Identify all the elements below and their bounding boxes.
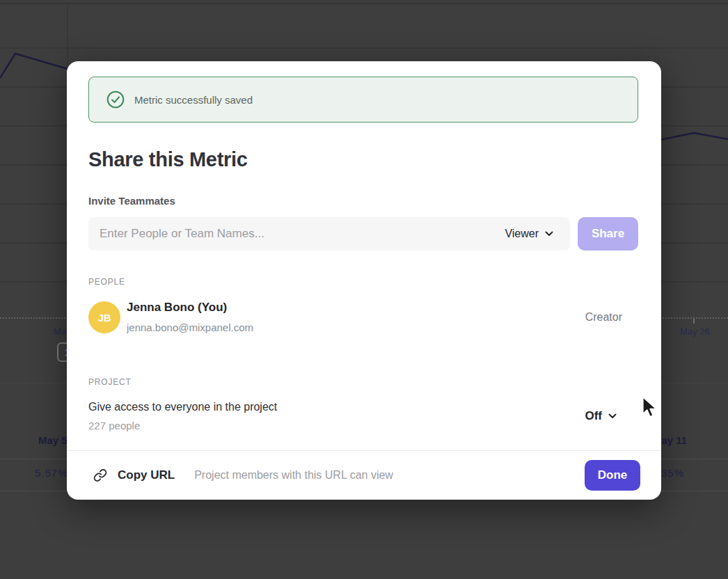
project-people-count: 227 people xyxy=(88,420,140,431)
chevron-down-icon xyxy=(608,413,617,419)
project-access-title: Give access to everyone in the project xyxy=(88,401,277,413)
member-email: jenna.bono@mixpanel.com xyxy=(127,322,253,333)
app-window: May 12 May 26 1 May 5 May 11 5.57% 35% M… xyxy=(0,0,728,579)
role-dropdown-value: Viewer xyxy=(505,228,539,240)
success-banner: Metric successfully saved xyxy=(88,77,638,122)
share-button[interactable]: Share xyxy=(578,217,638,251)
modal-footer: Copy URL Project members with this URL c… xyxy=(67,450,661,500)
link-icon[interactable] xyxy=(93,468,107,482)
project-access-value: Off xyxy=(585,409,602,423)
project-heading: PROJECT xyxy=(88,377,132,387)
chevron-down-icon xyxy=(545,231,553,237)
invite-input-container: Viewer xyxy=(88,217,570,251)
project-access-dropdown[interactable]: Off xyxy=(585,409,617,423)
avatar: JB xyxy=(88,301,120,333)
people-heading: PEOPLE xyxy=(88,277,125,287)
share-metric-modal: Metric successfully saved Share this Met… xyxy=(67,61,661,500)
member-name: Jenna Bono (You) xyxy=(127,301,227,315)
role-dropdown[interactable]: Viewer xyxy=(505,217,553,251)
mouse-cursor xyxy=(641,396,660,418)
invite-input[interactable] xyxy=(100,217,461,251)
done-button[interactable]: Done xyxy=(585,460,640,491)
check-circle-icon xyxy=(106,90,125,109)
footer-helper-text: Project members with this URL can view xyxy=(194,469,393,482)
invite-teammates-label: Invite Teammates xyxy=(88,195,175,207)
member-role: Creator xyxy=(585,311,622,324)
success-banner-text: Metric successfully saved xyxy=(134,94,253,106)
copy-url-button[interactable]: Copy URL xyxy=(118,468,175,482)
modal-title: Share this Metric xyxy=(88,148,248,171)
